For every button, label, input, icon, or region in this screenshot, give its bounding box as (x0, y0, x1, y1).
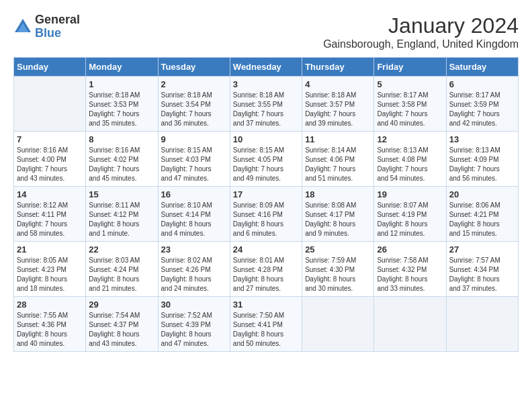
header-monday: Monday (86, 58, 158, 77)
calendar-cell: 10Sunrise: 8:15 AM Sunset: 4:05 PM Dayli… (230, 132, 302, 187)
calendar-cell: 7Sunrise: 8:16 AM Sunset: 4:00 PM Daylig… (14, 132, 86, 187)
location-title: Gainsborough, England, United Kingdom (323, 38, 519, 50)
calendar-cell: 4Sunrise: 8:18 AM Sunset: 3:57 PM Daylig… (302, 77, 374, 132)
day-info: Sunrise: 8:10 AM Sunset: 4:14 PM Dayligh… (161, 201, 227, 238)
logo-icon (13, 17, 32, 36)
day-number: 28 (17, 300, 83, 310)
day-info: Sunrise: 8:01 AM Sunset: 4:28 PM Dayligh… (233, 256, 299, 293)
day-info: Sunrise: 8:18 AM Sunset: 3:53 PM Dayligh… (89, 91, 154, 128)
day-number: 6 (449, 79, 515, 89)
day-number: 31 (233, 300, 299, 310)
header-sunday: Sunday (14, 58, 86, 77)
header-friday: Friday (374, 58, 446, 77)
header-tuesday: Tuesday (158, 58, 230, 77)
header-saturday: Saturday (446, 58, 518, 77)
day-number: 27 (449, 244, 515, 255)
day-info: Sunrise: 8:18 AM Sunset: 3:55 PM Dayligh… (233, 91, 299, 128)
calendar-week-row: 14Sunrise: 8:12 AM Sunset: 4:11 PM Dayli… (14, 187, 519, 242)
day-number: 9 (161, 134, 227, 144)
day-info: Sunrise: 8:08 AM Sunset: 4:17 PM Dayligh… (305, 201, 371, 238)
calendar-cell: 11Sunrise: 8:14 AM Sunset: 4:06 PM Dayli… (302, 132, 374, 187)
logo: General Blue (13, 13, 80, 40)
day-info: Sunrise: 8:06 AM Sunset: 4:21 PM Dayligh… (449, 201, 515, 238)
day-info: Sunrise: 8:16 AM Sunset: 4:02 PM Dayligh… (89, 146, 154, 183)
day-info: Sunrise: 8:07 AM Sunset: 4:19 PM Dayligh… (377, 201, 443, 238)
day-info: Sunrise: 8:13 AM Sunset: 4:08 PM Dayligh… (377, 146, 443, 183)
day-number: 17 (233, 189, 299, 199)
day-info: Sunrise: 8:18 AM Sunset: 3:57 PM Dayligh… (305, 91, 371, 128)
calendar-cell (14, 77, 86, 132)
calendar-cell: 8Sunrise: 8:16 AM Sunset: 4:02 PM Daylig… (86, 132, 158, 187)
day-number: 13 (449, 134, 515, 144)
calendar-table: SundayMondayTuesdayWednesdayThursdayFrid… (13, 57, 519, 352)
logo-blue: Blue (35, 27, 80, 40)
day-number: 26 (377, 244, 443, 255)
day-number: 22 (89, 244, 154, 255)
day-info: Sunrise: 7:52 AM Sunset: 4:39 PM Dayligh… (161, 311, 227, 349)
calendar-cell: 28Sunrise: 7:55 AM Sunset: 4:36 PM Dayli… (14, 297, 86, 352)
day-number: 7 (17, 134, 83, 144)
day-number: 20 (449, 189, 515, 199)
day-info: Sunrise: 8:05 AM Sunset: 4:23 PM Dayligh… (17, 256, 83, 293)
day-number: 15 (89, 189, 154, 199)
calendar-cell: 18Sunrise: 8:08 AM Sunset: 4:17 PM Dayli… (302, 187, 374, 242)
month-title: January 2024 (323, 13, 519, 38)
day-number: 4 (305, 79, 371, 89)
day-number: 24 (233, 244, 299, 255)
header-thursday: Thursday (302, 58, 374, 77)
calendar-week-row: 21Sunrise: 8:05 AM Sunset: 4:23 PM Dayli… (14, 242, 519, 297)
day-info: Sunrise: 8:16 AM Sunset: 4:00 PM Dayligh… (17, 146, 83, 183)
day-number: 14 (17, 189, 83, 199)
day-info: Sunrise: 8:12 AM Sunset: 4:11 PM Dayligh… (17, 201, 83, 238)
day-info: Sunrise: 8:02 AM Sunset: 4:26 PM Dayligh… (161, 256, 227, 293)
calendar-cell: 17Sunrise: 8:09 AM Sunset: 4:16 PM Dayli… (230, 187, 302, 242)
calendar-header-row: SundayMondayTuesdayWednesdayThursdayFrid… (14, 58, 519, 77)
calendar-cell: 14Sunrise: 8:12 AM Sunset: 4:11 PM Dayli… (14, 187, 86, 242)
day-info: Sunrise: 8:15 AM Sunset: 4:05 PM Dayligh… (233, 146, 299, 183)
calendar-cell (446, 297, 518, 352)
calendar-week-row: 28Sunrise: 7:55 AM Sunset: 4:36 PM Dayli… (14, 297, 519, 352)
day-number: 12 (377, 134, 443, 144)
day-number: 21 (17, 244, 83, 255)
calendar-cell: 26Sunrise: 7:58 AM Sunset: 4:32 PM Dayli… (374, 242, 446, 297)
calendar-cell: 21Sunrise: 8:05 AM Sunset: 4:23 PM Dayli… (14, 242, 86, 297)
calendar-cell: 2Sunrise: 8:18 AM Sunset: 3:54 PM Daylig… (158, 77, 230, 132)
day-number: 23 (161, 244, 227, 255)
day-info: Sunrise: 8:03 AM Sunset: 4:24 PM Dayligh… (89, 256, 154, 293)
day-number: 19 (377, 189, 443, 199)
day-info: Sunrise: 7:54 AM Sunset: 4:37 PM Dayligh… (89, 311, 154, 349)
calendar-week-row: 7Sunrise: 8:16 AM Sunset: 4:00 PM Daylig… (14, 132, 519, 187)
day-info: Sunrise: 7:50 AM Sunset: 4:41 PM Dayligh… (233, 311, 299, 349)
day-info: Sunrise: 8:11 AM Sunset: 4:12 PM Dayligh… (89, 201, 154, 238)
day-info: Sunrise: 8:14 AM Sunset: 4:06 PM Dayligh… (305, 146, 371, 183)
day-number: 25 (305, 244, 371, 255)
calendar-cell (302, 297, 374, 352)
day-number: 5 (377, 79, 443, 89)
day-number: 16 (161, 189, 227, 199)
calendar-cell: 19Sunrise: 8:07 AM Sunset: 4:19 PM Dayli… (374, 187, 446, 242)
day-number: 18 (305, 189, 371, 199)
logo-text: General Blue (35, 13, 80, 40)
page-header: General Blue January 2024 Gainsborough, … (13, 13, 519, 50)
day-number: 1 (89, 79, 154, 89)
header-wednesday: Wednesday (230, 58, 302, 77)
calendar-cell: 16Sunrise: 8:10 AM Sunset: 4:14 PM Dayli… (158, 187, 230, 242)
day-info: Sunrise: 8:09 AM Sunset: 4:16 PM Dayligh… (233, 201, 299, 238)
calendar-cell: 3Sunrise: 8:18 AM Sunset: 3:55 PM Daylig… (230, 77, 302, 132)
calendar-cell: 9Sunrise: 8:15 AM Sunset: 4:03 PM Daylig… (158, 132, 230, 187)
day-number: 11 (305, 134, 371, 144)
day-info: Sunrise: 8:17 AM Sunset: 3:58 PM Dayligh… (377, 91, 443, 128)
calendar-cell: 22Sunrise: 8:03 AM Sunset: 4:24 PM Dayli… (86, 242, 158, 297)
calendar-cell: 31Sunrise: 7:50 AM Sunset: 4:41 PM Dayli… (230, 297, 302, 352)
calendar-cell: 30Sunrise: 7:52 AM Sunset: 4:39 PM Dayli… (158, 297, 230, 352)
day-number: 3 (233, 79, 299, 89)
day-number: 8 (89, 134, 154, 144)
day-info: Sunrise: 7:59 AM Sunset: 4:30 PM Dayligh… (305, 256, 371, 293)
calendar-cell: 24Sunrise: 8:01 AM Sunset: 4:28 PM Dayli… (230, 242, 302, 297)
calendar-week-row: 1Sunrise: 8:18 AM Sunset: 3:53 PM Daylig… (14, 77, 519, 132)
day-number: 10 (233, 134, 299, 144)
calendar-cell: 27Sunrise: 7:57 AM Sunset: 4:34 PM Dayli… (446, 242, 518, 297)
title-block: January 2024 Gainsborough, England, Unit… (323, 13, 519, 50)
calendar-cell: 20Sunrise: 8:06 AM Sunset: 4:21 PM Dayli… (446, 187, 518, 242)
calendar-cell (374, 297, 446, 352)
